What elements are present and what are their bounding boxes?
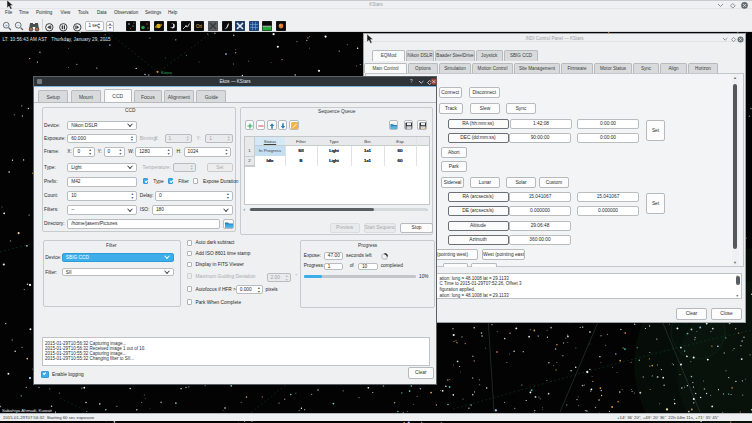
svg-text:Kitera: Kitera [161,70,173,75]
svg-text:+: + [4,22,7,28]
svg-text:−: − [16,22,19,28]
svg-text:Ori: Ori [196,24,202,29]
